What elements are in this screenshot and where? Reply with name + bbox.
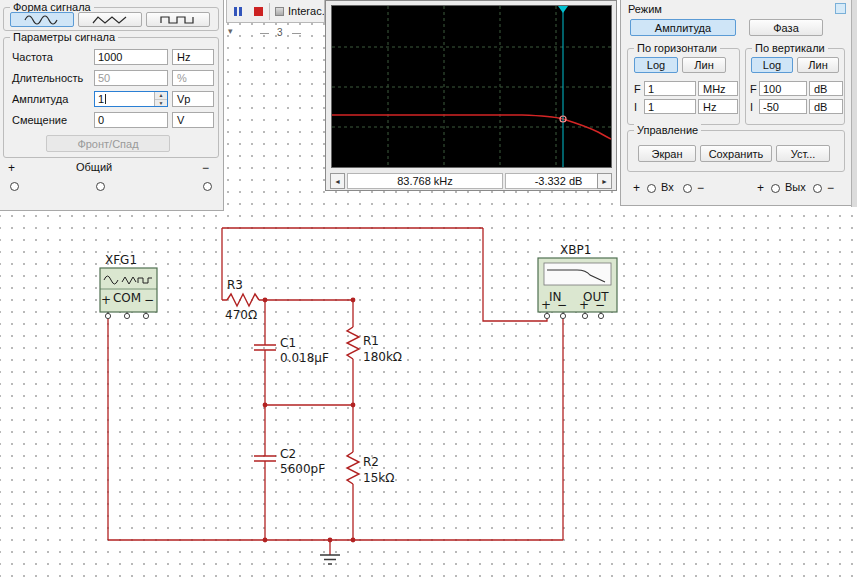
duty-value: 50 <box>98 72 110 84</box>
wire-ground-rail[interactable] <box>108 316 563 540</box>
sine-waveform-button[interactable] <box>10 12 74 27</box>
cursor-handle[interactable] <box>558 6 568 13</box>
amplitude-mode-button[interactable]: Амплитуда <box>630 19 736 36</box>
component-r1[interactable]: R1 180kΩ <box>347 327 402 364</box>
bode-screen <box>331 5 612 168</box>
h-initial-input[interactable]: 1 <box>644 99 696 114</box>
stop-icon[interactable] <box>254 7 263 16</box>
amplitude-value: 1 <box>98 93 104 105</box>
v-final-input[interactable]: 100 <box>759 81 807 96</box>
horizontal-log-button[interactable]: Log <box>634 57 678 73</box>
component-ref: R3 <box>227 278 243 292</box>
frequency-input[interactable]: 1000 <box>94 49 168 65</box>
offset-input[interactable]: 0 <box>94 112 168 128</box>
component-r3[interactable]: R3 470Ω <box>225 278 259 322</box>
fg-plus-label: + <box>8 162 15 175</box>
signal-params-group: Параметры сигнала Частота 1000 Hz Длител… <box>3 37 219 158</box>
v-initial-unit: dB <box>809 99 843 114</box>
square-waveform-button[interactable] <box>146 12 210 27</box>
terminal-in-plus[interactable] <box>544 313 549 318</box>
control-group: Управление Экран Сохранить Уст... <box>627 130 845 172</box>
amplitude-unit: Vp <box>172 91 214 107</box>
component-ref: C2 <box>280 447 296 461</box>
pause-icon[interactable] <box>239 7 242 16</box>
v-initial-input[interactable]: -50 <box>759 99 807 114</box>
out-plus-terminal <box>771 184 780 193</box>
vertical-log-button[interactable]: Log <box>751 57 793 73</box>
terminal-out-minus[interactable] <box>598 313 603 318</box>
panel-help-icon[interactable] <box>835 3 846 14</box>
component-value: 15kΩ <box>363 471 394 485</box>
resistor-symbol[interactable] <box>227 294 259 306</box>
save-button[interactable]: Сохранить <box>700 145 772 162</box>
settings-button[interactable]: Уст... <box>776 145 830 162</box>
sine-wave-icon <box>24 15 60 25</box>
minus-mark: − <box>557 298 567 312</box>
offset-unit: V <box>172 112 214 128</box>
vertical-lin-button[interactable]: Лин <box>797 57 839 73</box>
dropdown-icon[interactable]: ▾ <box>228 25 233 38</box>
component-ref: XFG1 <box>105 253 137 267</box>
cursor-right-button[interactable]: ► <box>597 173 612 189</box>
edge-button[interactable]: Фронт/Спад <box>46 135 170 152</box>
screen-button[interactable]: Экран <box>638 145 696 162</box>
in-minus-label: − <box>697 182 704 195</box>
plus-mark: + <box>579 298 589 312</box>
capacitor-symbol[interactable] <box>254 345 276 350</box>
cursor-left-button[interactable]: ◄ <box>330 173 345 189</box>
bode-display-window: ◄ 83.768 kHz -3.332 dB ► <box>325 0 617 191</box>
mini-screen <box>544 263 611 285</box>
in-plus-terminal <box>647 184 656 193</box>
terminal-out-plus[interactable] <box>582 313 587 318</box>
horizontal-lin-button[interactable]: Лин <box>682 57 726 73</box>
spin-down-icon[interactable]: ▼ <box>155 100 167 107</box>
triangle-waveform-button[interactable] <box>78 12 142 27</box>
amplitude-input[interactable]: 1 ▲ ▼ <box>94 91 168 107</box>
wires[interactable] <box>108 228 563 555</box>
xbp1-instrument[interactable]: XBP1 IN OUT + − + − <box>538 243 617 319</box>
simulation-toolbar: Interac... <box>226 0 325 23</box>
plus-mark: + <box>101 293 111 307</box>
out-label: Вых <box>785 181 806 194</box>
duty-input[interactable]: 50 <box>94 70 168 86</box>
terminal-minus[interactable] <box>143 313 148 318</box>
vertical-group-label: По вертикали <box>752 42 828 55</box>
out-minus-label: − <box>827 182 834 195</box>
frequency-label: Частота <box>12 51 53 64</box>
junction-dots <box>263 298 356 543</box>
duty-label: Длительность <box>12 72 83 85</box>
interactive-sim-icon[interactable] <box>275 7 284 16</box>
ground-bars <box>320 555 340 564</box>
fg-minus-label: − <box>202 162 209 175</box>
interactive-sim-label[interactable]: Interac... <box>288 5 325 18</box>
function-generator-panel: Форма сигнала Параметры сигнала Частота … <box>0 0 224 211</box>
ground-symbol[interactable] <box>320 555 340 564</box>
in-plus-label: + <box>633 182 640 195</box>
component-value: 470Ω <box>225 308 257 322</box>
fg-plus-terminal <box>10 182 19 191</box>
terminal-in-minus[interactable] <box>560 313 565 318</box>
scrollbar[interactable] <box>851 0 857 207</box>
pause-icon[interactable] <box>234 7 237 16</box>
right-arrow-icon: ► <box>601 178 608 185</box>
horizontal-group-label: По горизонтали <box>634 42 720 55</box>
ruler-tick <box>292 33 301 34</box>
amplitude-stepper[interactable]: ▲ ▼ <box>154 92 167 106</box>
h-initial-label: I <box>634 101 637 114</box>
terminal-plus[interactable] <box>105 313 110 318</box>
h-final-unit: MHz <box>698 81 738 96</box>
resistor-symbol[interactable] <box>347 327 359 359</box>
junction-dot <box>263 403 268 408</box>
xfg1-instrument[interactable]: XFG1 + COM − <box>100 253 157 319</box>
phase-mode-button[interactable]: Фаза <box>749 19 823 36</box>
spin-up-icon[interactable]: ▲ <box>155 92 167 100</box>
resistor-symbol[interactable] <box>347 452 359 484</box>
capacitor-symbol[interactable] <box>254 456 276 461</box>
v-final-unit: dB <box>809 81 843 96</box>
component-r2[interactable]: R2 15kΩ <box>347 452 394 485</box>
cursor-level-readout: -3.332 dB <box>505 173 612 189</box>
offset-value: 0 <box>98 114 104 126</box>
in-label: Вх <box>661 181 674 194</box>
h-final-input[interactable]: 1 <box>644 81 696 96</box>
terminal-com[interactable] <box>124 313 129 318</box>
